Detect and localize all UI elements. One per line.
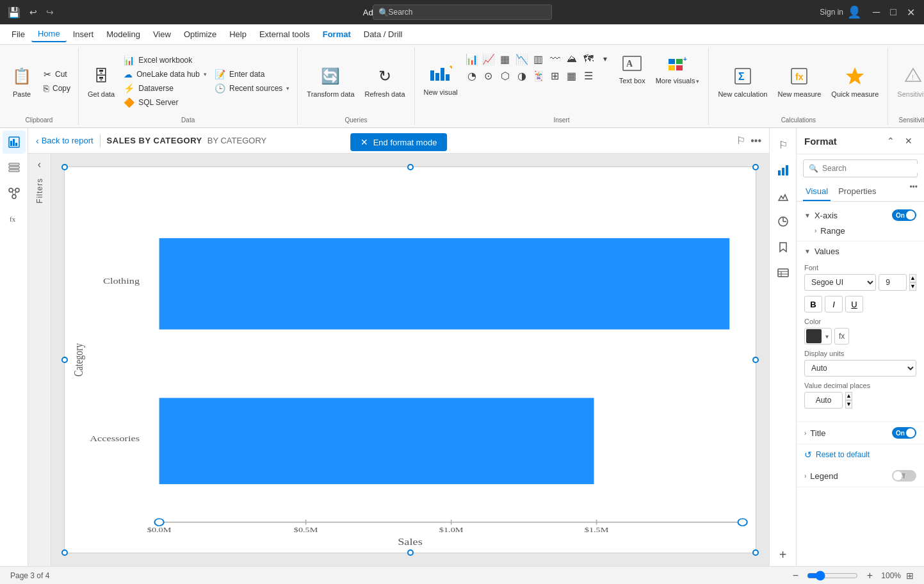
display-units-select[interactable]: Auto None Thousands Millions <box>804 360 916 377</box>
filter-icon[interactable]: ⚐ <box>736 134 745 147</box>
bold-button[interactable]: B <box>804 296 822 312</box>
menu-file[interactable]: File <box>5 27 31 42</box>
redo-icon[interactable]: ↪ <box>44 6 56 19</box>
chart-line[interactable]: 〰 <box>547 51 563 67</box>
chart-multi-row[interactable]: ☰ <box>581 68 596 83</box>
quick-measure-button[interactable]: Quick measure <box>827 61 882 101</box>
zoom-minus-button[interactable]: − <box>789 569 802 582</box>
reset-to-default-button[interactable]: ↺ Reset to default <box>797 444 924 465</box>
chart-gauge[interactable]: ◑ <box>514 68 530 83</box>
save-icon[interactable]: 💾 <box>5 5 23 20</box>
chart-100-bar[interactable]: ▦ <box>498 51 513 67</box>
underline-button[interactable]: U <box>845 296 863 312</box>
selection-handle-tl[interactable] <box>61 164 68 170</box>
selection-handle-tc[interactable] <box>407 164 414 170</box>
more-visuals-button[interactable]: + More visuals ▾ <box>652 51 704 88</box>
range-expand-row[interactable]: › Range <box>815 226 916 236</box>
selection-handle-ml[interactable] <box>61 357 68 363</box>
new-measure-button[interactable]: fx New measure <box>774 61 825 101</box>
format-section-legend-header[interactable]: › Legend Off <box>797 465 924 487</box>
maximize-button[interactable]: □ <box>886 5 900 19</box>
format-tab-more-icon[interactable]: ••• <box>909 182 918 201</box>
format-tab-properties[interactable]: Properties <box>836 182 879 201</box>
selection-handle-bl[interactable] <box>61 549 68 556</box>
recent-sources-button[interactable]: 🕒 Recent sources ▾ <box>212 82 292 95</box>
zoom-slider[interactable] <box>807 571 858 581</box>
new-calculation-button[interactable]: Σ New calculation <box>714 61 771 101</box>
chart-pie[interactable]: ◔ <box>464 68 480 83</box>
sidebar-report-view[interactable] <box>3 131 26 154</box>
font-size-stepper[interactable]: ▲ ▼ <box>909 274 916 291</box>
decimal-up[interactable]: ▲ <box>845 392 852 400</box>
font-size-down[interactable]: ▼ <box>909 282 916 291</box>
filters-collapse-icon[interactable]: ‹ <box>38 159 41 170</box>
menu-help[interactable]: Help <box>223 27 253 42</box>
sidebar-data-view[interactable] <box>3 156 26 179</box>
end-format-mode-banner[interactable]: ✕ End format mode <box>350 133 448 151</box>
fit-page-icon[interactable]: ⊞ <box>906 571 914 581</box>
menu-modeling[interactable]: Modeling <box>100 27 147 42</box>
menu-view[interactable]: View <box>147 27 177 42</box>
undo-icon[interactable]: ↩ <box>27 6 40 19</box>
right-panel-analytics-icon[interactable] <box>772 210 795 233</box>
chart-table[interactable]: ⊞ <box>547 68 563 83</box>
font-size-up[interactable]: ▲ <box>909 274 916 282</box>
chart-stacked-bar[interactable]: 📊 <box>464 51 480 67</box>
sidebar-dax-view[interactable]: fx <box>3 207 26 231</box>
menu-external-tools[interactable]: External tools <box>253 27 316 42</box>
zoom-plus-button[interactable]: + <box>863 569 876 582</box>
right-panel-bookmark-icon[interactable] <box>772 236 795 259</box>
format-panel-close-icon[interactable]: ✕ <box>901 133 916 149</box>
font-size-input[interactable] <box>879 274 907 291</box>
dataverse-button[interactable]: ⚡ Dataverse <box>121 82 209 95</box>
chart-clustered-col[interactable]: ▥ <box>531 51 546 67</box>
onelake-button[interactable]: ☁ OneLake data hub ▾ <box>121 68 209 81</box>
title-search-box[interactable]: 🔍 Search <box>373 4 552 20</box>
right-panel-visualizations-icon[interactable] <box>772 159 795 182</box>
bar-accessories[interactable] <box>159 398 594 484</box>
format-section-xaxis-header[interactable]: ▼ X-axis On <box>797 204 924 226</box>
chart-map[interactable]: 🗺 <box>581 51 596 67</box>
format-search-box[interactable]: 🔍 <box>803 159 918 177</box>
decimal-down[interactable]: ▼ <box>845 400 852 409</box>
close-button[interactable]: ✕ <box>903 5 919 20</box>
right-panel-filters-icon[interactable]: ⚐ <box>772 133 795 156</box>
menu-data-drill[interactable]: Data / Drill <box>357 27 409 42</box>
format-search-input[interactable] <box>822 164 918 173</box>
back-to-report-button[interactable]: ‹ Back to report <box>36 136 93 146</box>
format-section-title-header[interactable]: › Title On <box>797 422 924 444</box>
right-panel-data-icon[interactable] <box>772 261 795 284</box>
selection-handle-mr[interactable] <box>752 357 759 363</box>
new-visual-button[interactable]: New visual <box>420 63 462 99</box>
sql-button[interactable]: 🔶 SQL Server <box>121 96 209 109</box>
enter-data-button[interactable]: 📝 Enter data <box>212 68 292 81</box>
right-panel-add-icon[interactable]: + <box>772 543 795 566</box>
decimal-input[interactable] <box>804 392 843 409</box>
text-box-button[interactable]: A Text box <box>615 51 649 88</box>
title-toggle[interactable]: On <box>892 427 916 439</box>
right-panel-format-icon[interactable] <box>772 184 795 207</box>
selection-handle-tr[interactable] <box>752 164 759 170</box>
chart-funnel[interactable]: ⬡ <box>498 68 513 83</box>
sensitivity-button[interactable]: ! Sensitivity <box>893 61 924 101</box>
copy-button[interactable]: ⎘ Copy <box>41 82 73 95</box>
italic-button[interactable]: I <box>825 296 843 312</box>
cut-button[interactable]: ✂ Cut <box>41 68 73 81</box>
menu-optimize[interactable]: Optimize <box>177 27 223 42</box>
chart-matrix[interactable]: ▦ <box>564 68 580 83</box>
font-family-select[interactable]: Segoe UI <box>804 274 876 291</box>
chart-area[interactable]: ⛰ <box>564 51 580 67</box>
format-tab-visual[interactable]: Visual <box>803 182 831 201</box>
excel-button[interactable]: 📊 Excel workbook <box>121 54 209 67</box>
selection-handle-bc[interactable] <box>407 549 414 556</box>
decimal-stepper[interactable]: ▲ ▼ <box>845 392 852 409</box>
more-options-icon[interactable]: ••• <box>750 135 761 147</box>
get-data-button[interactable]: 🗄 Get data <box>84 61 118 101</box>
format-panel-expand-icon[interactable]: ⌃ <box>883 133 898 149</box>
format-section-values-header[interactable]: ▼ Values <box>797 241 924 261</box>
refresh-data-button[interactable]: ↻ Refresh data <box>361 61 409 101</box>
color-fx-button[interactable]: fx <box>834 328 849 345</box>
chart-more[interactable]: ▾ <box>597 51 613 67</box>
chart-stacked-col[interactable]: 📉 <box>514 51 530 67</box>
transform-data-button[interactable]: 🔄 Transform data <box>303 61 358 101</box>
